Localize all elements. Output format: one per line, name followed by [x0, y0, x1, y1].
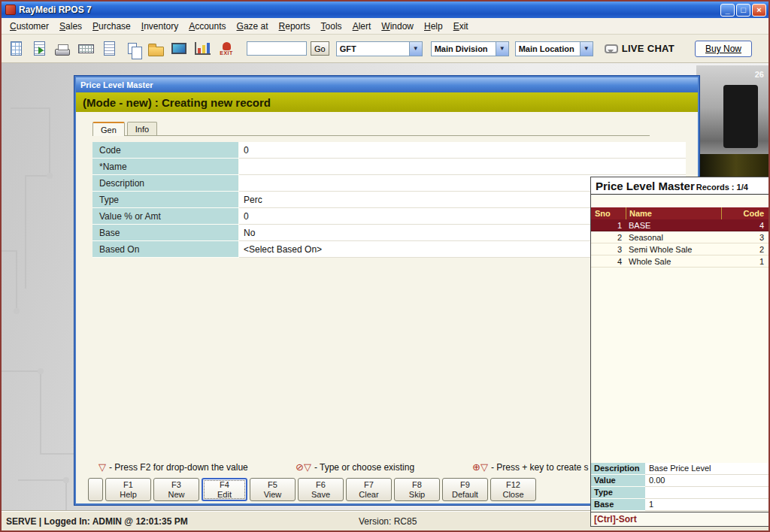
- photo-band: [696, 154, 768, 177]
- column-sno[interactable]: Sno: [591, 207, 626, 219]
- code-label: Code: [92, 142, 239, 159]
- records-panel-gap: [591, 195, 768, 207]
- f7-clear-button[interactable]: F7Clear: [346, 478, 392, 501]
- dialog-title-bar: Price Level Master: [76, 77, 698, 92]
- records-panel-header: Price Level Master Records : 1/4: [591, 177, 768, 195]
- records-table-header: Sno Name Code: [591, 207, 768, 219]
- location-select[interactable]: Main Location ▼: [515, 41, 593, 56]
- type-label: Type: [92, 192, 239, 208]
- login-status: SERVE | Logged In: ADMIN @ 12:01:35 PM: [6, 516, 188, 527]
- chevron-down-icon: ▼: [496, 42, 508, 56]
- keyboard-icon[interactable]: [76, 38, 95, 60]
- hint-type-choose: ⊘▽- Type or choose existing: [296, 461, 414, 473]
- save-icon[interactable]: [29, 38, 49, 60]
- close-button[interactable]: ×: [752, 4, 766, 17]
- notepad-icon[interactable]: [99, 38, 119, 60]
- maximize-button[interactable]: □: [736, 4, 750, 17]
- print-icon[interactable]: [53, 38, 72, 60]
- field-row-name: *Name: [92, 159, 686, 175]
- menu-item-alert[interactable]: Alert: [347, 19, 377, 34]
- live-chat-button[interactable]: LIVE CHAT: [605, 43, 675, 54]
- hint-create: ⊕▽- Press + key to create s: [472, 461, 589, 473]
- name-label: *Name: [92, 159, 239, 175]
- division-select[interactable]: Main Division ▼: [431, 41, 509, 56]
- dialog-title: Price Level Master: [80, 80, 153, 89]
- menu-bar: Customer Sales Purchase Inventory Accoun…: [2, 18, 768, 35]
- records-count: Records : 1/4: [696, 183, 748, 192]
- plus-triangle-icon: ⊕▽: [472, 461, 488, 473]
- f9-default-button[interactable]: F9Default: [442, 478, 488, 501]
- minimize-button[interactable]: _: [720, 4, 735, 17]
- mode-header: (Mode - new) : Creating new record: [76, 92, 698, 112]
- window-title: RayMedi RPOS 7: [19, 5, 719, 15]
- monitor-icon[interactable]: [169, 38, 189, 60]
- exit-icon: [223, 42, 231, 50]
- menu-item-gaze-at[interactable]: Gaze at: [232, 19, 274, 34]
- record-details: Description Base Price Level Value 0.00 …: [591, 463, 768, 511]
- code-input[interactable]: 0: [239, 142, 686, 159]
- records-panel: Price Level Master Records : 1/4 Sno Nam…: [590, 177, 769, 527]
- title-bar: RayMedi RPOS 7 _ □ ×: [2, 2, 768, 18]
- app-icon: [5, 5, 16, 15]
- record-row-whole-sale[interactable]: 4 Whole Sale 1: [591, 255, 768, 268]
- chart-icon[interactable]: [192, 38, 212, 60]
- f4-edit-button[interactable]: F4Edit: [202, 478, 247, 501]
- quick-search-input[interactable]: [247, 41, 307, 56]
- field-row-code: Code 0: [92, 142, 686, 159]
- description-label: Description: [92, 175, 239, 192]
- chevron-down-icon: ▼: [580, 42, 593, 56]
- menu-item-inventory[interactable]: Inventory: [136, 19, 183, 34]
- menu-item-accounts[interactable]: Accounts: [183, 19, 231, 34]
- detail-row-value: Value 0.00: [591, 475, 768, 487]
- based-on-label: Based On: [92, 241, 239, 258]
- menu-item-sales[interactable]: Sales: [54, 19, 87, 34]
- menu-item-purchase[interactable]: Purchase: [87, 19, 136, 34]
- dropdown-triangle-icon: ▽: [99, 461, 106, 473]
- records-panel-title: Price Level Master: [596, 180, 695, 192]
- go-button[interactable]: Go: [311, 41, 329, 56]
- function-button-bar: F1Help F3New F4Edit F5View F6Save F7Clea…: [88, 478, 536, 501]
- detail-row-type: Type: [591, 487, 768, 499]
- f12-close-button[interactable]: F12Close: [490, 478, 536, 501]
- base-label: Base: [92, 225, 239, 241]
- f5-view-button[interactable]: F5View: [250, 478, 296, 501]
- version-label: Version: RC85: [359, 516, 417, 527]
- column-code[interactable]: Code: [721, 207, 768, 219]
- app-window: RayMedi RPOS 7 _ □ × Customer Sales Purc…: [0, 0, 770, 532]
- tab-strip: Gen Info: [92, 118, 650, 136]
- record-row-semi-whole-sale[interactable]: 3 Semi Whole Sale 2: [591, 243, 768, 255]
- column-name[interactable]: Name: [626, 207, 721, 219]
- copy-icon[interactable]: [123, 38, 142, 60]
- menu-item-tools[interactable]: Tools: [316, 19, 347, 34]
- invoice-icon[interactable]: [6, 38, 26, 60]
- f8-skip-button[interactable]: F8Skip: [394, 478, 440, 501]
- spacer-button[interactable]: [88, 478, 103, 501]
- f3-new-button[interactable]: F3New: [153, 478, 199, 501]
- value-label: Value % or Amt: [92, 208, 239, 225]
- slash-triangle-icon: ⊘▽: [296, 461, 311, 473]
- toolbar: EXIT Go GFT ▼ Main Division ▼ Main Locat…: [2, 35, 768, 63]
- sort-hint: [Ctrl]-Sort: [591, 512, 768, 526]
- record-row-seasonal[interactable]: 2 Seasonal 3: [591, 231, 768, 243]
- f1-help-button[interactable]: F1Help: [105, 478, 151, 501]
- menu-item-exit[interactable]: Exit: [448, 19, 474, 34]
- tab-info[interactable]: Info: [127, 122, 157, 135]
- background-photo: 26: [696, 65, 768, 177]
- menu-item-help[interactable]: Help: [419, 19, 448, 34]
- detail-row-description: Description Base Price Level: [591, 463, 768, 475]
- record-row-base[interactable]: 1 BASE 4: [591, 219, 768, 231]
- menu-item-customer[interactable]: Customer: [5, 19, 54, 34]
- company-select[interactable]: GFT ▼: [336, 41, 423, 56]
- chevron-down-icon: ▼: [409, 42, 422, 56]
- photo-badge: 26: [755, 70, 764, 79]
- menu-item-window[interactable]: Window: [376, 19, 419, 34]
- open-folder-icon[interactable]: [146, 38, 165, 60]
- f6-save-button[interactable]: F6Save: [298, 478, 344, 501]
- chat-bubble-icon: [605, 44, 618, 53]
- buy-now-button[interactable]: Buy Now: [695, 41, 752, 57]
- tab-gen[interactable]: Gen: [92, 122, 125, 136]
- menu-item-reports[interactable]: Reports: [274, 19, 316, 34]
- hint-dropdown: ▽- Press F2 for drop-down the value: [99, 461, 248, 473]
- exit-button[interactable]: EXIT: [216, 42, 237, 56]
- name-input[interactable]: [239, 159, 686, 175]
